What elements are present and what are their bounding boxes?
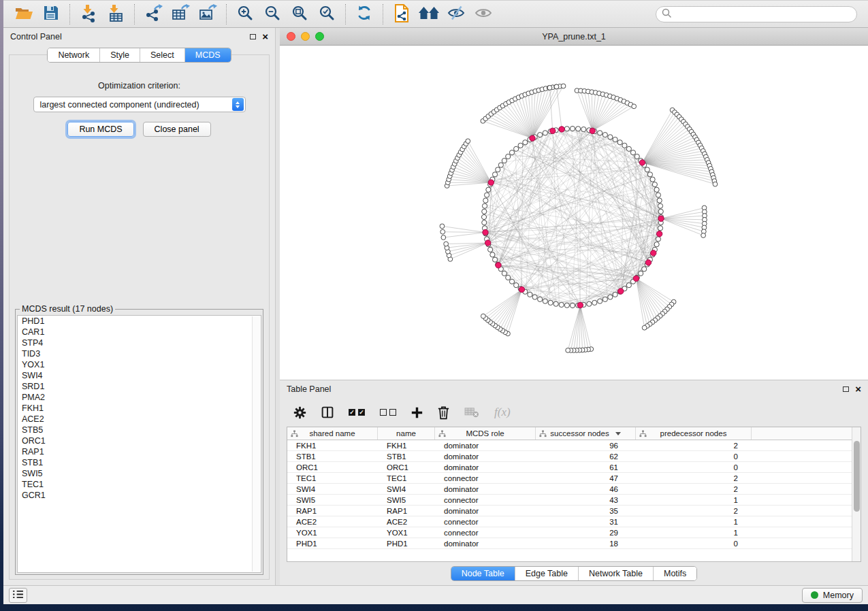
- zoom-in-button[interactable]: [234, 3, 257, 25]
- show-columns-icon[interactable]: [321, 406, 334, 418]
- column-header-shared-name[interactable]: shared name: [287, 427, 378, 440]
- deselect-all-icon[interactable]: [380, 409, 396, 416]
- table-row[interactable]: TEC1TEC1connector472: [287, 473, 861, 484]
- mcds-node[interactable]: [485, 240, 490, 246]
- tab-network-table[interactable]: Network Table: [578, 567, 653, 580]
- table-row[interactable]: STB1STB1dominator620: [287, 451, 861, 462]
- table-row[interactable]: ORC1ORC1dominator610: [287, 462, 861, 473]
- network-node[interactable]: [492, 172, 497, 177]
- network-node[interactable]: [654, 242, 659, 247]
- delete-column-icon[interactable]: [438, 406, 449, 420]
- network-node[interactable]: [484, 193, 489, 197]
- table-scrollbar[interactable]: [852, 427, 861, 561]
- mcds-result-item[interactable]: SWI4: [18, 370, 261, 381]
- network-node[interactable]: [553, 301, 558, 306]
- network-window-titlebar[interactable]: YPA_prune.txt_1: [280, 28, 868, 46]
- mcds-result-item[interactable]: YOX1: [18, 359, 261, 370]
- close-panel-icon[interactable]: ×: [262, 33, 268, 40]
- table-row[interactable]: RAP1RAP1dominator352: [287, 506, 861, 516]
- network-node[interactable]: [592, 300, 597, 305]
- zoom-selected-button[interactable]: [315, 3, 338, 25]
- network-canvas[interactable]: [280, 46, 868, 380]
- network-node[interactable]: [658, 226, 662, 231]
- tab-network[interactable]: Network: [48, 48, 99, 62]
- tab-edge-table[interactable]: Edge Table: [515, 567, 578, 580]
- network-node[interactable]: [634, 154, 639, 159]
- mcds-result-item[interactable]: RAP1: [18, 446, 261, 457]
- mcds-result-item[interactable]: STB1: [18, 457, 261, 468]
- network-node[interactable]: [506, 154, 511, 159]
- network-node[interactable]: [598, 131, 602, 135]
- mcds-result-item[interactable]: CAR1: [18, 327, 261, 337]
- import-table-button[interactable]: [104, 3, 127, 25]
- network-node[interactable]: [498, 163, 503, 167]
- network-node[interactable]: [488, 247, 493, 252]
- mcds-node[interactable]: [656, 231, 662, 237]
- network-node[interactable]: [608, 295, 613, 299]
- mcds-node[interactable]: [496, 263, 501, 268]
- mcds-node[interactable]: [488, 180, 494, 185]
- network-node[interactable]: [656, 193, 660, 197]
- mcds-result-item[interactable]: ACE2: [18, 414, 261, 425]
- network-node[interactable]: [547, 86, 552, 90]
- network-node[interactable]: [581, 127, 586, 131]
- network-node[interactable]: [482, 209, 487, 214]
- network-node[interactable]: [548, 300, 553, 305]
- mcds-node[interactable]: [577, 302, 583, 308]
- network-node[interactable]: [613, 137, 617, 142]
- network-node[interactable]: [441, 235, 446, 240]
- network-node[interactable]: [650, 177, 655, 182]
- network-node[interactable]: [509, 150, 514, 155]
- mcds-node[interactable]: [645, 260, 651, 265]
- mcds-result-item[interactable]: PHD1: [18, 316, 261, 327]
- mcds-result-item[interactable]: TID3: [18, 348, 261, 359]
- network-node[interactable]: [538, 133, 543, 137]
- select-all-icon[interactable]: ✓✓: [349, 409, 365, 416]
- network-node[interactable]: [440, 224, 445, 229]
- network-node[interactable]: [639, 271, 643, 276]
- network-node[interactable]: [632, 104, 637, 109]
- tab-select[interactable]: Select: [140, 48, 184, 62]
- network-node[interactable]: [576, 127, 581, 131]
- network-node[interactable]: [486, 187, 491, 192]
- network-node[interactable]: [630, 150, 635, 155]
- network-node[interactable]: [602, 133, 607, 137]
- mcds-node[interactable]: [658, 216, 664, 221]
- table-row[interactable]: YOX1YOX1connector291: [287, 527, 861, 538]
- mcds-node[interactable]: [550, 128, 556, 133]
- save-session-button[interactable]: [39, 3, 63, 25]
- network-node[interactable]: [626, 146, 631, 151]
- network-node[interactable]: [642, 267, 647, 271]
- network-node[interactable]: [647, 172, 652, 177]
- network-node[interactable]: [657, 198, 662, 203]
- column-header-MCDS-role[interactable]: MCDS role: [435, 427, 536, 440]
- mcds-result-item[interactable]: STB5: [18, 425, 261, 435]
- task-history-button[interactable]: [9, 588, 27, 603]
- network-node[interactable]: [587, 301, 592, 306]
- network-node[interactable]: [602, 297, 607, 301]
- mcds-node[interactable]: [530, 135, 535, 141]
- export-image-button[interactable]: [196, 3, 219, 25]
- mcds-result-item[interactable]: FKH1: [18, 403, 261, 414]
- mcds-node[interactable]: [618, 288, 624, 294]
- mcds-result-item[interactable]: PMA2: [18, 392, 261, 403]
- network-node[interactable]: [528, 292, 532, 297]
- mcds-node[interactable]: [633, 276, 639, 281]
- network-node[interactable]: [496, 167, 500, 172]
- network-node[interactable]: [561, 84, 566, 88]
- network-node[interactable]: [654, 187, 659, 192]
- mcds-node[interactable]: [590, 128, 595, 133]
- mcds-result-item[interactable]: ORC1: [18, 435, 261, 446]
- close-table-panel-icon[interactable]: ×: [855, 386, 861, 393]
- mcds-node[interactable]: [651, 250, 656, 256]
- tab-motifs[interactable]: Motifs: [653, 567, 696, 580]
- network-node[interactable]: [514, 146, 519, 151]
- table-row[interactable]: FKH1FKH1dominator962: [287, 440, 861, 451]
- network-node[interactable]: [570, 126, 575, 131]
- zoom-fit-button[interactable]: [288, 3, 311, 25]
- network-node[interactable]: [543, 131, 547, 135]
- network-node[interactable]: [482, 220, 487, 225]
- hide-selected-button[interactable]: [445, 3, 468, 25]
- network-node[interactable]: [509, 279, 514, 284]
- add-column-icon[interactable]: [411, 407, 423, 418]
